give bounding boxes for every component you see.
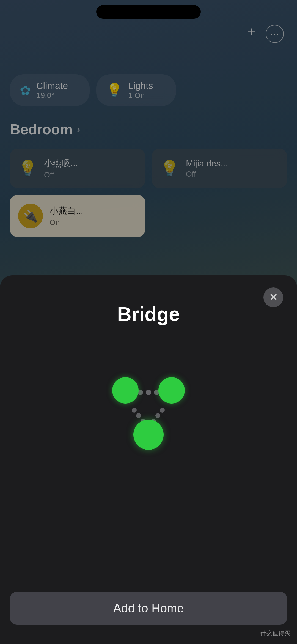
bridge-node-right (158, 377, 185, 404)
add-to-home-button[interactable]: Add to Home (10, 592, 287, 625)
bridge-node-bottom (133, 420, 164, 450)
bridge-diagram (105, 369, 193, 457)
svg-point-4 (136, 413, 141, 418)
bridge-node-left (112, 377, 139, 404)
svg-point-7 (155, 413, 160, 418)
close-icon: ✕ (269, 292, 277, 302)
svg-point-3 (132, 408, 137, 413)
modal-close-button[interactable]: ✕ (263, 287, 283, 307)
modal-sheet: ✕ Bridge (0, 275, 297, 644)
svg-point-6 (160, 408, 165, 413)
watermark: 什么值得买 (260, 629, 290, 637)
add-home-label: Add to Home (113, 601, 184, 615)
svg-point-1 (146, 390, 151, 395)
modal-title: Bridge (117, 303, 180, 325)
